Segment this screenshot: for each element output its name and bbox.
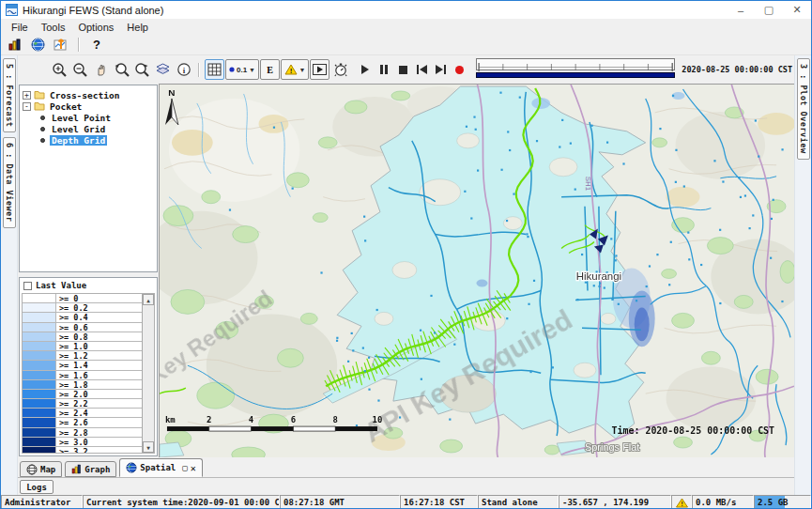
zoom-in-button[interactable] [50,59,69,80]
menu-item-options[interactable]: Options [71,21,120,34]
help-button[interactable]: ? [86,36,107,54]
tree-item-level-point[interactable]: Level Point [23,112,157,123]
legend-scrollbar[interactable]: ▲ ▼ [142,294,154,453]
legend-row: >= 1.6 [23,371,142,380]
app-logo-icon [6,4,18,16]
map-viewport[interactable]: SH1 [159,84,794,457]
legend-row: >= 0.6 [23,323,142,332]
legend-swatch [23,399,56,408]
map-display-button[interactable] [27,36,48,54]
tab-spatial[interactable]: Spatial ▢ ✕ [119,458,202,477]
stop-icon [399,66,407,74]
class-breaks-dropdown[interactable]: 0.1 ▼ [225,59,259,80]
tree-item-label: Depth Grid [50,135,107,146]
info-button[interactable]: i [174,59,193,80]
status-coordinates: -35.657 , 174.199 [559,495,671,509]
movie-button[interactable] [310,59,329,80]
tab-close-icon[interactable]: ✕ [191,463,196,473]
menu-item-tools[interactable]: Tools [35,21,72,34]
last-value-label: Last Value [36,281,86,290]
legend-list: >= 0>= 0.2>= 0.4>= 0.6>= 0.8>= 1.0>= 1.2… [23,294,142,453]
tree-item-pocket[interactable]: -Pocket [23,100,157,112]
chevron-down-icon: ▼ [299,67,306,73]
app-window: Hikurangi FEWS (Stand alone) – ▢ ✕ FileT… [0,0,812,509]
tab-maximize-icon[interactable]: ▢ [182,463,187,472]
record-button[interactable] [451,61,467,78]
tab-map[interactable]: Map [20,461,62,477]
zoom-out-button[interactable] [70,59,90,80]
globe-icon [126,462,137,473]
legend-threshold-label: >= 2.6 [56,418,142,426]
stop-button[interactable] [394,61,411,78]
menu-item-help[interactable]: Help [120,21,155,34]
status-warning[interactable]: ! [671,495,692,509]
tab-data-viewer[interactable]: 6 : Data Viewer [3,137,16,227]
maximize-button[interactable]: ▢ [755,1,783,19]
tab-forecast[interactable]: 5 : Forecast [3,58,16,132]
thresholds-dropdown[interactable]: ! ▼ [281,59,309,80]
time-slider[interactable] [476,58,675,81]
labels-button[interactable]: E [260,59,280,80]
legend-swatch [23,303,56,312]
zoom-in-icon [52,62,68,78]
layers-icon [155,62,171,77]
tab-map-label: Map [40,465,55,474]
grid-display-button[interactable] [205,59,224,80]
step-back-button[interactable] [413,61,430,78]
tree-item-depth-grid[interactable]: Depth Grid [23,134,157,146]
tree-item-level-grid[interactable]: Level Grid [23,123,157,134]
legend-threshold-label: >= 2.8 [56,428,142,437]
legend-panel: Last Value >= 0>= 0.2>= 0.4>= 0.6>= 0.8>… [19,277,158,456]
time-ruler[interactable] [476,58,675,70]
legend-swatch [23,351,56,360]
zoom-previous-icon [114,62,130,78]
svg-text:!: ! [289,67,292,75]
wireframe-globe-icon [26,464,38,475]
animation-settings-button[interactable] [330,59,350,80]
menu-item-file[interactable]: File [5,21,35,34]
toolbar-separator [198,63,200,77]
legend-threshold-label: >= 3.2 [56,447,142,453]
svg-text:10: 10 [373,415,383,424]
last-value-checkbox[interactable] [23,282,32,290]
legend-row: >= 2.8 [23,428,142,438]
legend-threshold-label: >= 1.2 [56,351,142,360]
spatial-map[interactable]: SH1 [160,85,794,457]
playback-controls [357,61,467,78]
explorer-button[interactable] [4,36,24,54]
layers-button[interactable] [153,59,173,80]
status-network-rate: 0.0 MB/s [692,495,754,509]
legend-row: >= 1.8 [23,380,142,390]
legend-swatch [23,447,56,453]
tree-expander-icon[interactable]: - [23,102,31,111]
legend-threshold-label: >= 1.4 [56,361,142,369]
scroll-up-icon[interactable]: ▲ [143,294,154,305]
legend-swatch [23,390,56,398]
pause-button[interactable] [375,61,392,78]
zoom-next-button[interactable] [132,59,152,80]
tab-plot-overview[interactable]: 3 : Plot Overview [797,58,810,160]
legend-row: >= 1.2 [23,351,142,361]
timeseries-button[interactable] [51,36,71,54]
status-gmt-time: 08:27:18 GMT [280,495,400,509]
map-time-label: Time: 2020-08-25 00:00:00 CST [611,425,774,436]
pan-button[interactable] [91,59,111,80]
legend-swatch [23,428,56,437]
movie-play-icon [313,64,327,75]
tab-graph[interactable]: Graph [65,461,116,477]
legend-swatch [23,294,56,302]
step-forward-button[interactable] [432,61,449,78]
tree-expander-icon[interactable]: + [23,91,31,100]
tree-item-cross-section[interactable]: +Cross-section [23,89,157,100]
close-button[interactable]: ✕ [783,1,811,19]
time-span-bar[interactable] [476,72,675,78]
play-button[interactable] [357,61,374,78]
minimize-button[interactable]: – [727,1,755,19]
logs-button[interactable]: Logs [20,480,54,494]
zoom-next-icon [134,62,151,78]
map-toolbar: i 0.1 ▼ E [18,55,794,84]
zoom-out-icon [72,62,88,78]
legend-swatch [23,409,56,417]
scroll-down-icon[interactable]: ▼ [143,441,154,453]
zoom-previous-button[interactable] [112,59,131,80]
